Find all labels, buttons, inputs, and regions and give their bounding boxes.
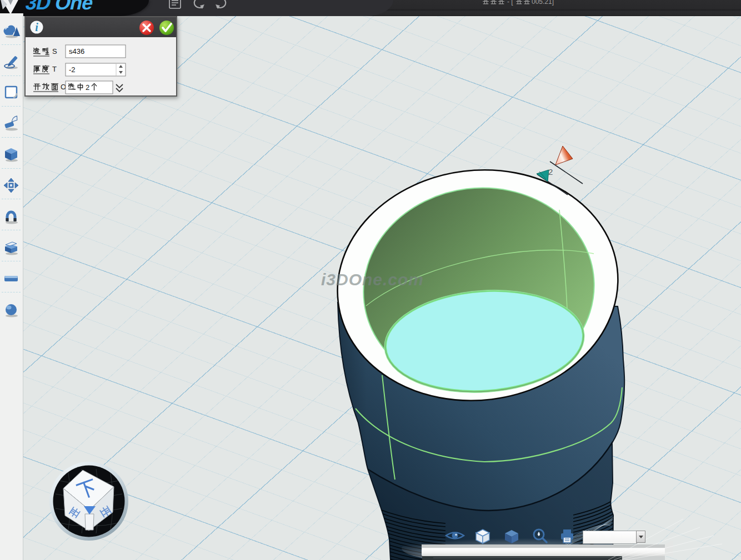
svg-text:3D: 3D: [23, 0, 53, 14]
svg-text:005.21]: 005.21]: [532, 0, 554, 6]
svg-text:2: 2: [548, 167, 553, 176]
svg-text:S: S: [52, 47, 57, 56]
svg-text:-2: -2: [69, 65, 76, 74]
svg-text:- [: - [: [507, 0, 513, 6]
svg-text:i3DOne.com: i3DOne.com: [321, 270, 424, 289]
svg-text:s436: s436: [69, 47, 84, 56]
svg-text:2: 2: [86, 83, 89, 92]
svg-text:i: i: [35, 21, 38, 33]
svg-text:One: One: [53, 0, 96, 14]
svg-text:T: T: [52, 65, 57, 73]
